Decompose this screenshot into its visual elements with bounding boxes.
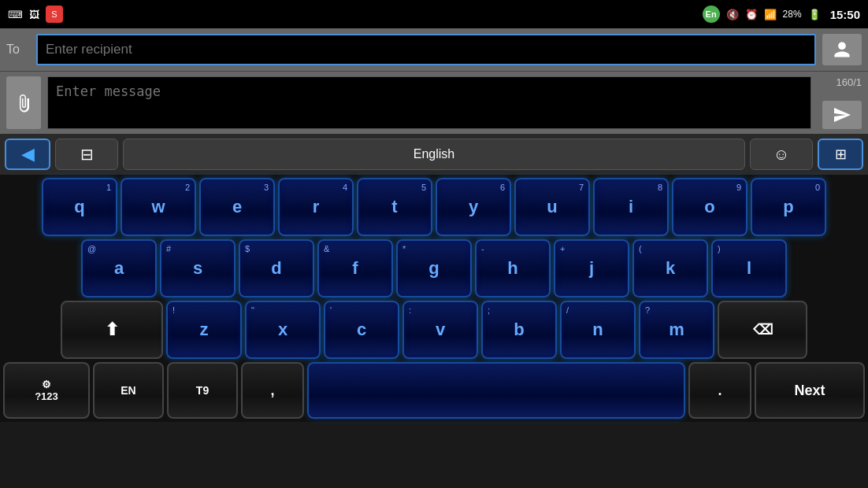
layout-button[interactable]: ⊟ (55, 139, 118, 170)
key-e[interactable]: 3e (199, 178, 275, 236)
key-a[interactable]: @a (81, 239, 157, 298)
char-count: 160/1 (836, 76, 862, 88)
settings-key[interactable]: ⚙ ?123 (3, 362, 90, 419)
key-row-1: 1q 2w 3e 4r 5t 6y 7u 8i 9o 0p (3, 178, 865, 236)
shift-icon: ⬆ (105, 320, 119, 340)
key-b[interactable]: ;b (481, 301, 557, 359)
key-row-2: @a #s $d &f *g -h +j (k )l (3, 239, 865, 298)
key-z[interactable]: !z (166, 301, 242, 359)
mute-icon: 🔇 (726, 9, 739, 20)
send-icon (833, 105, 851, 124)
backspace-icon: ⌫ (753, 321, 773, 338)
settings-label: ?123 (35, 390, 58, 402)
keyboard-toggle-button[interactable]: ⊞ (818, 139, 863, 170)
key-i[interactable]: 8i (593, 178, 669, 236)
emoji-button[interactable]: ☺ (750, 139, 813, 170)
paperclip-icon (14, 94, 33, 113)
key-p[interactable]: 0p (751, 178, 826, 236)
signal-icon: 📶 (764, 9, 777, 20)
app-icon: S (46, 6, 63, 23)
layout-icon: ⊟ (80, 145, 94, 164)
comma-key[interactable]: , (241, 362, 304, 419)
compose-right: 160/1 (818, 76, 862, 129)
key-r[interactable]: 4r (278, 178, 354, 236)
key-w[interactable]: 2w (121, 178, 196, 236)
recipient-input[interactable] (36, 34, 816, 65)
to-label: To (6, 43, 30, 57)
battery-icon: 🔋 (808, 9, 821, 20)
key-c[interactable]: 'c (324, 301, 399, 359)
compose-row: 160/1 (0, 71, 868, 134)
t9-key[interactable]: T9 (167, 362, 238, 419)
key-u[interactable]: 7u (514, 178, 590, 236)
status-bar: ⌨ 🖼 S En 🔇 ⏰ 📶 28% 🔋 15:50 (0, 0, 868, 28)
language-key[interactable]: EN (93, 362, 164, 419)
keyboard-icon: ⌨ (8, 9, 23, 20)
keyboard-toolbar: ◀ ⊟ English ☺ ⊞ (0, 134, 868, 175)
key-g[interactable]: *g (396, 239, 472, 298)
language-indicator: En (703, 6, 720, 23)
key-m[interactable]: ?m (639, 301, 714, 359)
emoji-icon: ☺ (773, 146, 789, 164)
next-key[interactable]: Next (755, 362, 865, 419)
battery-indicator: 28% (783, 9, 802, 20)
shift-key[interactable]: ⬆ (61, 301, 163, 359)
language-label: English (414, 147, 454, 161)
time-display: 15:50 (830, 8, 860, 21)
key-o[interactable]: 9o (672, 178, 747, 236)
key-x[interactable]: "x (245, 301, 321, 359)
key-q[interactable]: 1q (42, 178, 117, 236)
contact-button[interactable] (822, 34, 862, 65)
alarm-icon: ⏰ (745, 9, 758, 20)
key-y[interactable]: 6y (436, 178, 511, 236)
message-area: To 160/1 (0, 28, 868, 134)
key-l[interactable]: )l (711, 239, 787, 298)
key-d[interactable]: $d (239, 239, 314, 298)
key-k[interactable]: (k (632, 239, 708, 298)
key-row-bottom: ⚙ ?123 EN T9 , . Next (3, 362, 865, 419)
key-row-3: ⬆ !z "x 'c :v ;b /n ?m ⌫ (3, 301, 865, 359)
send-button[interactable] (822, 101, 862, 129)
to-row: To (0, 28, 868, 71)
message-input[interactable] (47, 76, 811, 129)
back-button[interactable]: ◀ (5, 139, 50, 170)
keyboard: 1q 2w 3e 4r 5t 6y 7u 8i 9o 0p @a #s $d &… (0, 175, 868, 422)
key-s[interactable]: #s (160, 239, 236, 298)
image-icon: 🖼 (29, 9, 39, 20)
settings-icon: ⚙ (42, 379, 51, 390)
key-v[interactable]: :v (402, 301, 478, 359)
key-n[interactable]: /n (560, 301, 636, 359)
back-arrow-icon: ◀ (21, 144, 35, 165)
key-j[interactable]: +j (554, 239, 629, 298)
keyboard-icon: ⊞ (835, 146, 847, 163)
period-key[interactable]: . (688, 362, 751, 419)
attach-button[interactable] (6, 76, 41, 129)
key-t[interactable]: 5t (357, 178, 432, 236)
backspace-key[interactable]: ⌫ (718, 301, 807, 359)
key-h[interactable]: -h (475, 239, 551, 298)
key-f[interactable]: &f (317, 239, 393, 298)
language-button[interactable]: English (123, 139, 745, 170)
person-icon (833, 40, 851, 59)
space-key[interactable] (307, 362, 685, 419)
